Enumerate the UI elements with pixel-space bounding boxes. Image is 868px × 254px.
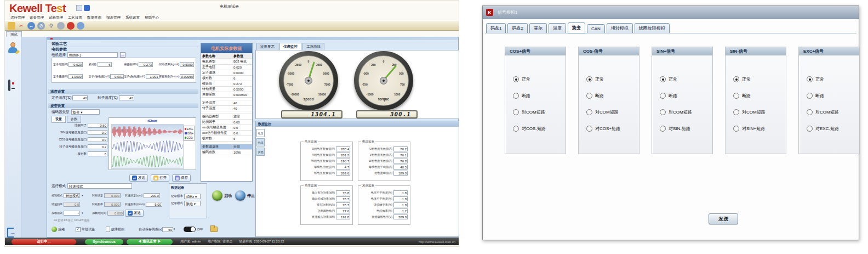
table-row[interactable]: 定子电阻 0.020 <box>201 65 252 70</box>
record-select[interactable]: 40Hz ▾ <box>184 194 201 199</box>
save-button[interactable]: ▦ 保存 <box>172 174 191 182</box>
radio-option[interactable]: 断路 <box>807 92 859 99</box>
dialog-titlebar[interactable]: K 信号模拟1 <box>483 6 859 19</box>
run-input[interactable]: 0.000 <box>104 202 121 207</box>
table-row[interactable]: 编码器类型 旋变 <box>201 114 252 120</box>
radio-option[interactable]: 对COM短路 <box>660 108 712 116</box>
radio-option[interactable]: 对EXC-短路 <box>807 125 859 132</box>
encoder-input[interactable]: 0.2 <box>88 144 107 149</box>
radio-option[interactable]: 正常 <box>586 75 639 83</box>
spinner-icon[interactable]: ▲▼ <box>173 228 175 232</box>
param-input[interactable]: 6 <box>98 62 112 67</box>
param-input[interactable]: 0.5000 <box>180 62 194 67</box>
encoder-input[interactable]: 0.60 <box>88 123 107 128</box>
radio-option[interactable]: 正常 <box>807 75 859 83</box>
user-manager-icon[interactable] <box>8 42 19 53</box>
menu-item[interactable]: 报表管理 <box>106 15 121 20</box>
radio-option[interactable]: 对SIN-短路 <box>660 125 712 132</box>
send-run-button[interactable]: ⇄ 发送 <box>125 210 144 217</box>
radio-option[interactable]: 断路 <box>733 92 786 99</box>
block-icon[interactable]: ⊘ <box>37 22 45 30</box>
autosave-toggle[interactable] <box>184 227 196 232</box>
run-input[interactable]: 0.000 <box>104 193 121 198</box>
radio-option[interactable]: 对COM短路 <box>586 108 639 116</box>
radio-option[interactable]: 正常 <box>513 75 566 83</box>
run-input[interactable]: 200.0 <box>144 193 160 198</box>
view-tab[interactable]: 波形显示 <box>256 43 278 50</box>
run-input[interactable]: 转速模式 <box>64 193 80 198</box>
globe-icon[interactable] <box>57 22 65 30</box>
param-input[interactable]: 1.001 <box>146 74 159 79</box>
open-button[interactable]: ▣ 打开 <box>151 174 169 182</box>
open-folder-icon[interactable] <box>8 22 15 30</box>
table-row[interactable]: 磁链值 0.273 <box>201 81 252 87</box>
param-input[interactable]: 0.000500 <box>180 74 194 79</box>
send-button[interactable]: 发送 <box>709 213 738 224</box>
close-dot-icon[interactable] <box>50 38 53 39</box>
stop-icon[interactable] <box>67 22 75 30</box>
undo-icon[interactable]: ← <box>27 22 35 30</box>
dialog-tab[interactable]: 堵转模拟 <box>607 23 633 33</box>
table-row[interactable]: 电机类型 B03 电机 <box>201 59 252 65</box>
table-row[interactable]: 转子温度 40 <box>201 106 252 111</box>
encoder-input[interactable]: 0.0 <box>88 137 107 142</box>
menu-item[interactable]: 工艺设置 <box>68 15 82 20</box>
table-row[interactable]: 摩擦系数 0.000500 <box>201 92 252 98</box>
table-row[interactable]: 编码点数 1096 <box>201 150 252 155</box>
dialog-tab[interactable]: 旋变 <box>568 22 585 33</box>
encoder-input[interactable]: 0.0 <box>88 130 107 135</box>
run-input[interactable]: 5.00 <box>146 202 162 207</box>
param-input[interactable]: 0.001 <box>110 74 124 79</box>
menu-item[interactable]: 数据查询 <box>87 15 101 20</box>
menu-item[interactable]: 试验管理 <box>49 15 63 20</box>
table-row[interactable]: 转动惯量 0.5000 <box>201 87 252 92</box>
table-row[interactable]: 极对数 6 <box>201 76 252 81</box>
open-record-folder-icon[interactable] <box>210 227 218 232</box>
radio-option[interactable]: 对COS+短路 <box>586 125 639 132</box>
monitor-tab[interactable]: 电压 <box>256 129 265 137</box>
radio-option[interactable]: 对COS-短路 <box>513 125 566 132</box>
logout-icon[interactable]: → <box>7 228 18 238</box>
browse-button[interactable]: … <box>120 52 125 58</box>
dialog-tab[interactable]: CAN <box>587 24 605 33</box>
monitor-tab[interactable]: 电流 <box>256 138 265 146</box>
menu-item[interactable]: 帮助中心 <box>145 15 159 20</box>
dialog-tab[interactable]: 码盘1 <box>486 23 506 33</box>
param-input[interactable]: 1.0000 <box>68 74 83 79</box>
radio-option[interactable]: 断路 <box>513 92 566 99</box>
radio-option[interactable]: 正常 <box>733 75 786 83</box>
radio-option[interactable]: 断路 <box>586 92 639 99</box>
fault-sim-doc-icon[interactable] <box>106 227 110 232</box>
run-input[interactable]: 0.0 <box>64 202 80 207</box>
table-row[interactable]: 参数源选择 全部 <box>201 144 252 150</box>
view-tab[interactable]: 工况曲线 <box>302 43 324 50</box>
dialog-tab[interactable]: 温度 <box>549 23 566 33</box>
dialog-tab[interactable]: 线圈故障模拟 <box>635 23 670 33</box>
autosave-input[interactable]: 60 <box>162 227 173 232</box>
param-input[interactable]: 0.020 <box>68 62 83 67</box>
view-tab[interactable]: 仪表监控 <box>279 43 301 50</box>
run-mode-input[interactable]: 转速模式 <box>67 183 132 189</box>
monitor-tab[interactable]: 其他 <box>256 148 265 156</box>
monitor-icon[interactable] <box>8 81 18 89</box>
table-row[interactable]: 极对数 6 <box>201 136 252 142</box>
encoder-type-select[interactable]: 旋变 ▾ <box>71 109 100 115</box>
cut-icon[interactable]: ✂ <box>18 22 25 30</box>
table-row[interactable]: 比例因子 0.60 <box>201 120 252 125</box>
table-row[interactable]: 定子温度 40 <box>201 100 252 106</box>
radio-option[interactable]: 断路 <box>660 92 712 99</box>
radio-option[interactable]: 对SIN+短路 <box>733 125 786 132</box>
run-input[interactable]: - <box>64 211 80 216</box>
radio-option[interactable]: 对COM短路 <box>807 108 859 116</box>
temp-input[interactable]: 40 <box>72 95 88 100</box>
motor-select-input[interactable]: motor-1 <box>67 52 118 58</box>
temp-input[interactable]: 40 <box>119 95 134 100</box>
radio-option[interactable]: 对COM短路 <box>513 108 566 116</box>
dialog-tab[interactable]: 霍尔 <box>529 23 547 33</box>
table-row[interactable]: sin信号幅值角度 0.0 <box>201 125 252 131</box>
menu-item[interactable]: 运行管理 <box>10 15 25 20</box>
send-wave-button[interactable]: ⇄ 发送 <box>129 174 148 182</box>
param-input[interactable]: 0.273 <box>139 62 153 67</box>
search-icon[interactable]: ⚲ <box>47 22 55 30</box>
table-row[interactable]: 定子漏感 0.0000 <box>201 70 252 76</box>
